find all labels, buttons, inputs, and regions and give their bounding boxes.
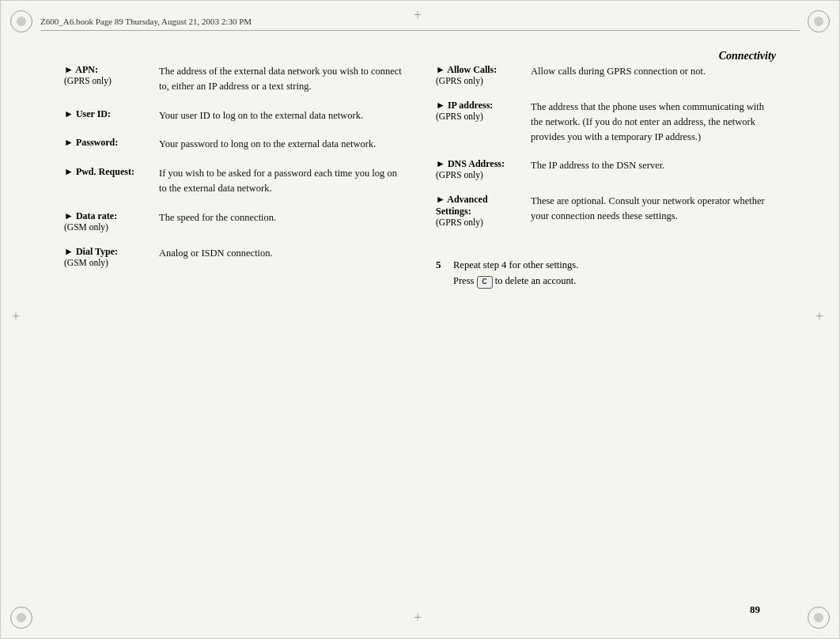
entry-dial-type: ► Dial Type: (GSM only) Analog or ISDN c… xyxy=(64,246,404,267)
userid-content: Your user ID to log on to the external d… xyxy=(159,108,404,123)
entry-data-rate-label: ► Data rate: (GSM only) xyxy=(64,210,159,232)
pwd-request-content: If you wish to be asked for a password e… xyxy=(159,166,404,196)
content-area: ► APN: (GPRS only) The address of the ex… xyxy=(64,64,776,583)
data-rate-field-sub: (GSM only) xyxy=(64,222,153,232)
userid-field-name: ► User ID: xyxy=(64,108,111,119)
apn-content: The address of the external data network… xyxy=(159,64,404,94)
right-column: ► Allow Calls: (GPRS only) Allow calls d… xyxy=(436,64,776,583)
page-container: Z600_A6.book Page 89 Thursday, August 21… xyxy=(0,0,840,639)
apn-field-sub: (GPRS only) xyxy=(64,76,153,85)
entry-userid-label: ► User ID: xyxy=(64,108,159,123)
entry-dial-type-label: ► Dial Type: (GSM only) xyxy=(64,246,159,267)
entry-password-label: ► Password: xyxy=(64,137,159,152)
allow-calls-content: Allow calls during GPRS connection or no… xyxy=(531,64,776,85)
entry-apn: ► APN: (GPRS only) The address of the ex… xyxy=(64,64,404,94)
step-line2-end: to delete an account. xyxy=(495,275,577,286)
top-bar: Z600_A6.book Page 89 Thursday, August 21… xyxy=(40,15,800,31)
password-field-name: ► Password: xyxy=(64,137,118,148)
entry-userid: ► User ID: Your user ID to log on to the… xyxy=(64,108,404,123)
entry-pwd-request-label: ► Pwd. Request: xyxy=(64,166,159,196)
apn-field-name: ► APN: xyxy=(64,64,98,75)
password-content: Your password to long on to the external… xyxy=(159,137,404,152)
dns-address-field-sub: (GPRS only) xyxy=(436,170,524,180)
advanced-settings-field-name: ► Advanced Settings: xyxy=(436,194,488,217)
crosshair-bottom xyxy=(412,613,428,629)
key-c: C xyxy=(477,276,493,289)
allow-calls-field-sub: (GPRS only) xyxy=(436,76,524,85)
step-5: 5 Repeat step 4 for other settings. Pres… xyxy=(436,257,776,289)
corner-mark-tl xyxy=(10,10,32,32)
data-rate-field-name: ► Data rate: xyxy=(64,210,117,221)
ip-address-field-sub: (GPRS only) xyxy=(436,112,524,121)
entry-apn-label: ► APN: (GPRS only) xyxy=(64,64,159,94)
allow-calls-field-name: ► Allow Calls: xyxy=(436,64,497,75)
book-info: Z600_A6.book Page 89 Thursday, August 21… xyxy=(40,17,252,26)
entry-dns-address-label: ► DNS Address: (GPRS only) xyxy=(436,158,531,180)
crosshair-left xyxy=(10,312,26,327)
dns-address-content: The IP address to the DSN server. xyxy=(531,158,776,180)
step-line2: Press xyxy=(453,275,474,286)
crosshair-right xyxy=(814,312,830,327)
page-title: Connectivity xyxy=(719,50,776,62)
step-line1: Repeat step 4 for other settings. xyxy=(453,259,578,270)
data-rate-content: The speed for the connection. xyxy=(159,210,404,232)
entry-data-rate: ► Data rate: (GSM only) The speed for th… xyxy=(64,210,404,232)
page-number: 89 xyxy=(750,603,760,616)
ip-address-content: The address that the phone uses when com… xyxy=(531,100,776,144)
entry-ip-address-label: ► IP address: (GPRS only) xyxy=(436,100,531,144)
left-column: ► APN: (GPRS only) The address of the ex… xyxy=(64,64,404,583)
ip-address-field-name: ► IP address: xyxy=(436,100,493,111)
entry-advanced-settings-label: ► Advanced Settings: (GPRS only) xyxy=(436,194,531,227)
entry-ip-address: ► IP address: (GPRS only) The address th… xyxy=(436,100,776,144)
dial-type-field-sub: (GSM only) xyxy=(64,258,153,267)
dial-type-field-name: ► Dial Type: xyxy=(64,246,118,257)
entry-advanced-settings: ► Advanced Settings: (GPRS only) These a… xyxy=(436,194,776,227)
corner-mark-br xyxy=(808,607,830,629)
advanced-settings-field-sub: (GPRS only) xyxy=(436,217,524,227)
entry-password: ► Password: Your password to long on to … xyxy=(64,137,404,152)
corner-mark-tr xyxy=(808,10,830,32)
advanced-settings-content: These are optional. Consult your network… xyxy=(531,194,776,227)
step-content: Repeat step 4 for other settings. Press … xyxy=(453,257,776,289)
entry-dns-address: ► DNS Address: (GPRS only) The IP addres… xyxy=(436,158,776,180)
entry-allow-calls: ► Allow Calls: (GPRS only) Allow calls d… xyxy=(436,64,776,85)
entry-allow-calls-label: ► Allow Calls: (GPRS only) xyxy=(436,64,531,85)
dial-type-content: Analog or ISDN connection. xyxy=(159,246,404,267)
corner-mark-bl xyxy=(10,607,32,629)
pwd-request-field-name: ► Pwd. Request: xyxy=(64,166,134,177)
step-number: 5 xyxy=(436,257,447,289)
entry-pwd-request: ► Pwd. Request: If you wish to be asked … xyxy=(64,166,404,196)
dns-address-field-name: ► DNS Address: xyxy=(436,158,505,169)
